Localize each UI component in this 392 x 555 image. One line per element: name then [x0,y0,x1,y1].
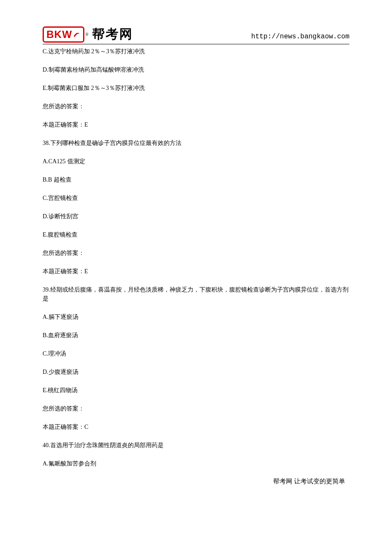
correct-answer: 本题正确答案：E [43,267,349,276]
q39-option-e: E.桃红四物汤 [43,386,349,395]
q38-option-a: A.CA125 值测定 [43,157,349,166]
q38-option-c: C.宫腔镜检查 [43,194,349,202]
option-c: C.达克宁栓纳药加 2％～3％苏打液冲洗 [43,47,349,56]
q38-option-b: B.B 超检查 [43,175,349,184]
logo-bkw-text: BKW [46,29,72,40]
site-logo: BKW ® 帮考网 [43,26,133,43]
option-d: D.制霉菌素栓纳药加高锰酸钾溶液冲洗 [43,65,349,74]
logo-swoosh-icon [73,29,81,40]
logo-site-name: 帮考网 [92,26,133,43]
option-e: E.制霉菌素口服加 2％～3％苏打液冲洗 [43,84,349,92]
question-40: 40.首选用于治疗念珠菌性阴道炎的局部用药是 [43,441,349,450]
correct-answer: 本题正确答案：C [43,422,349,431]
q39-option-a: A.膈下逐瘀汤 [43,312,349,321]
correct-answer: 本题正确答案：E [43,120,349,129]
logo-badge: BKW [43,26,84,43]
page-footer: 帮考网 让考试变的更简单 [43,477,349,486]
q39-option-b: B.血府逐瘀汤 [43,331,349,340]
question-38: 38.下列哪种检查是确诊子宫内膜异位症最有效的方法 [43,139,349,147]
q39-option-d: D.少腹逐瘀汤 [43,367,349,376]
q40-option-a: A.氟哌酸加苦参合剂 [43,459,349,468]
logo-reg-mark: ® [85,32,89,37]
document-body: C.达克宁栓纳药加 2％～3％苏打液冲洗 D.制霉菌素栓纳药加高锰酸钾溶液冲洗 … [43,47,349,468]
your-answer-label: 您所选的答案： [43,249,349,257]
page-header: BKW ® 帮考网 http://news.bangkaow.com [43,26,349,44]
document-page: BKW ® 帮考网 http://news.bangkaow.com C.达克宁… [0,0,392,503]
your-answer-label: 您所选的答案： [43,102,349,111]
q39-option-c: C.理冲汤 [43,349,349,358]
your-answer-label: 您所选的答案： [43,404,349,413]
question-39: 39.经期或经后腹痛，喜温喜按，月经色淡质稀，神疲乏力，下腹积块，腹腔镜检查诊断… [43,285,349,303]
q38-option-e: E.腹腔镜检查 [43,230,349,239]
site-url: http://news.bangkaow.com [251,33,349,43]
q38-option-d: D.诊断性刮宫 [43,212,349,221]
